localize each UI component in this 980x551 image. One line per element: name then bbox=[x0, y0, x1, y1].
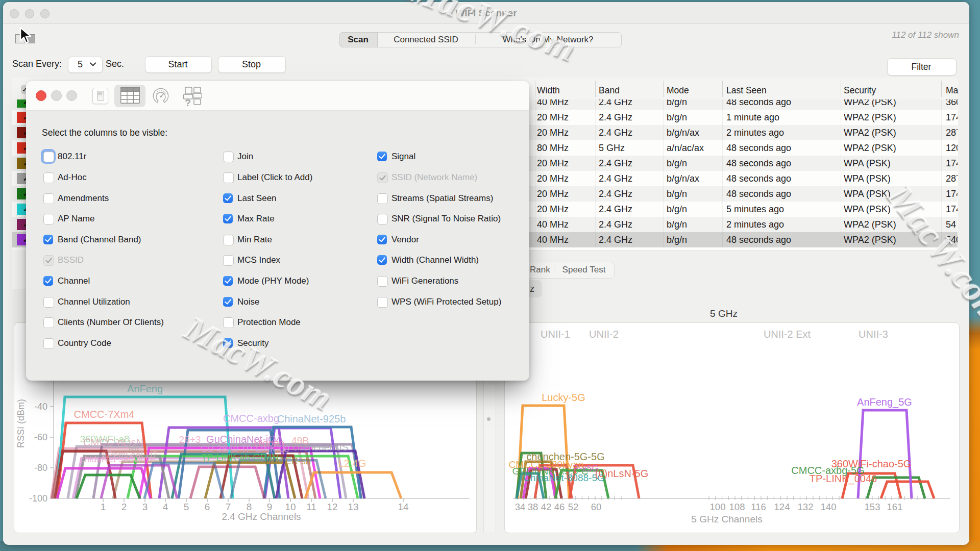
svg-text:UNII-2: UNII-2 bbox=[589, 329, 619, 340]
svg-text:60: 60 bbox=[591, 502, 602, 512]
svg-text:124: 124 bbox=[774, 502, 790, 512]
svg-text:153: 153 bbox=[865, 502, 880, 512]
svg-text:(0)nLsN-5G: (0)nLsN-5G bbox=[595, 468, 648, 479]
svg-text:Lucky-5G: Lucky-5G bbox=[542, 392, 585, 403]
svg-text:AnFeng_5G: AnFeng_5G bbox=[857, 396, 912, 408]
svg-text:WATER-sh: WATER-sh bbox=[266, 456, 311, 466]
svg-text:-40: -40 bbox=[34, 402, 47, 412]
svg-text:116: 116 bbox=[751, 502, 766, 512]
svg-text:132: 132 bbox=[798, 502, 814, 512]
svg-text:38: 38 bbox=[528, 502, 538, 512]
svg-text:161: 161 bbox=[887, 502, 903, 512]
svg-text:13: 13 bbox=[348, 502, 358, 512]
svg-text:14: 14 bbox=[398, 502, 409, 512]
svg-text:140: 140 bbox=[821, 502, 837, 512]
svg-text:UNII-3: UNII-3 bbox=[859, 329, 888, 340]
svg-text:L2.4G: L2.4G bbox=[338, 458, 366, 469]
svg-text:UNII-2 Ext: UNII-2 Ext bbox=[764, 329, 811, 340]
svg-text:-80: -80 bbox=[34, 463, 47, 473]
svg-text:1: 1 bbox=[101, 502, 106, 512]
svg-text:TP-LINK_0046: TP-LINK_0046 bbox=[810, 473, 877, 485]
svg-text:5: 5 bbox=[184, 502, 189, 512]
svg-text:RSSI (dBm): RSSI (dBm) bbox=[16, 399, 26, 448]
svg-text:chidaNet-se6vloye: chidaNet-se6vloye bbox=[80, 454, 155, 464]
svg-text:CMCC-7Xm4: CMCC-7Xm4 bbox=[74, 409, 135, 420]
svg-text:chenchenUS: chenchenUS bbox=[293, 442, 349, 453]
svg-text:8: 8 bbox=[247, 502, 252, 512]
svg-text:46: 46 bbox=[554, 502, 565, 512]
svg-text:42: 42 bbox=[541, 502, 552, 512]
svg-text:-100: -100 bbox=[29, 493, 47, 504]
svg-text:100: 100 bbox=[710, 502, 726, 512]
svg-text:10: 10 bbox=[285, 502, 296, 512]
svg-text:5 GHz Channels: 5 GHz Channels bbox=[691, 514, 762, 524]
svg-text:AnFeng: AnFeng bbox=[127, 383, 163, 394]
svg-text:12: 12 bbox=[327, 502, 337, 512]
svg-text:3: 3 bbox=[142, 502, 148, 512]
svg-text:4: 4 bbox=[163, 502, 168, 512]
svg-text:7: 7 bbox=[226, 502, 231, 512]
svg-text:26+3: 26+3 bbox=[179, 434, 201, 445]
svg-text:ChinaNet-925b: ChinaNet-925b bbox=[277, 413, 346, 424]
svg-text:UNII-1: UNII-1 bbox=[541, 329, 570, 340]
svg-text:-60: -60 bbox=[34, 432, 47, 442]
svg-text:108: 108 bbox=[729, 502, 745, 512]
svg-text:ChinaNet-8088-5G: ChinaNet-8088-5G bbox=[523, 472, 604, 483]
svg-text:6: 6 bbox=[205, 502, 210, 512]
svg-text:CMCC-axbg: CMCC-axbg bbox=[223, 413, 279, 424]
svg-text:52: 52 bbox=[568, 502, 579, 512]
svg-text:11: 11 bbox=[306, 502, 316, 512]
svg-text:2.4 GHz Channels: 2.4 GHz Channels bbox=[222, 511, 301, 522]
svg-text:2: 2 bbox=[121, 502, 127, 512]
svg-text:34: 34 bbox=[515, 502, 526, 512]
svg-text:?: ? bbox=[185, 97, 191, 107]
svg-text:9: 9 bbox=[267, 502, 273, 512]
